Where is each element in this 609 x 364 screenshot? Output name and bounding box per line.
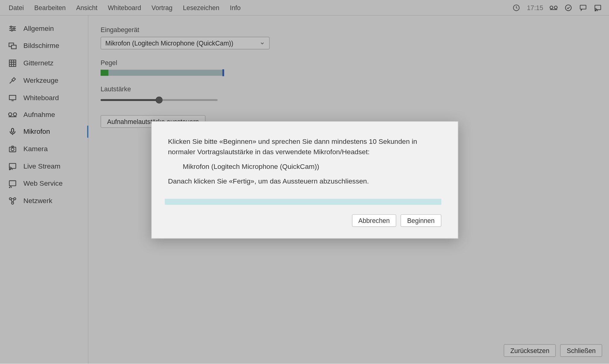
sidebar-item-kamera[interactable]: Kamera — [0, 140, 88, 158]
slider-thumb[interactable] — [156, 96, 163, 104]
sidebar-item-label: Gitternetz — [24, 59, 54, 67]
cancel-button[interactable]: Abbrechen — [352, 214, 396, 227]
sidebar-item-gitternetz[interactable]: Gitternetz — [0, 55, 88, 72]
input-device-value: Mikrofon (Logitech Microphone (QuickCam)… — [105, 39, 233, 47]
svg-rect-19 — [9, 163, 16, 169]
level-marker — [222, 69, 224, 76]
sidebar-item-livestream[interactable]: Live Stream — [0, 158, 88, 175]
modal-instruction-1: Klicken Sie bitte «Beginnen» und spreche… — [168, 136, 441, 157]
begin-button[interactable]: Beginnen — [400, 214, 441, 227]
sidebar-item-label: Allgemein — [24, 25, 54, 33]
webservice-icon — [8, 179, 17, 188]
chevron-down-icon — [260, 41, 265, 46]
sidebar-item-label: Kamera — [24, 145, 48, 153]
menu-vortrag[interactable]: Vortrag — [146, 1, 178, 14]
cast-icon — [8, 162, 17, 170]
record-reel-icon[interactable] — [549, 3, 558, 12]
svg-point-20 — [9, 169, 10, 170]
menu-ansicht[interactable]: Ansicht — [71, 1, 103, 14]
sidebar-item-whiteboard[interactable]: Whiteboard — [0, 89, 88, 107]
record-icon — [8, 111, 17, 118]
sidebar-item-allgemein[interactable]: Allgemein — [0, 20, 88, 37]
camera-icon — [8, 145, 17, 153]
sidebar-item-label: Mikrofon — [24, 128, 50, 136]
grid-icon — [8, 59, 17, 67]
sidebar-item-label: Bildschirme — [24, 42, 59, 50]
whiteboard-icon — [8, 93, 17, 102]
svg-point-7 — [10, 26, 12, 27]
menu-datei[interactable]: Datei — [3, 1, 29, 14]
svg-rect-21 — [9, 181, 16, 186]
modal-progress-bar — [164, 199, 441, 205]
menu-lesezeichen[interactable]: Lesezeichen — [178, 1, 224, 14]
sidebar-item-webservice[interactable]: Web Service — [0, 175, 88, 192]
sidebar-item-bildschirme[interactable]: Bildschirme — [0, 37, 88, 55]
modal-instruction-2: Danach klicken Sie «Fertig», um das Auss… — [168, 176, 441, 187]
menubar-time: 17:15 — [527, 4, 543, 11]
menu-whiteboard[interactable]: Whiteboard — [103, 1, 146, 14]
level-fill — [101, 70, 109, 76]
cast-icon[interactable] — [593, 3, 602, 12]
svg-point-6 — [595, 10, 596, 11]
chat-icon[interactable] — [579, 3, 587, 12]
calibration-modal: Klicken Sie bitte «Beginnen» und spreche… — [151, 121, 458, 238]
input-device-dropdown[interactable]: Mikrofon (Logitech Microphone (QuickCam)… — [101, 37, 270, 49]
sidebar-item-werkzeuge[interactable]: Werkzeuge — [0, 72, 88, 89]
modal-device: Mikrofon (Logitech Microphone (QuickCam)… — [168, 162, 441, 172]
svg-point-1 — [550, 6, 553, 9]
sidebar-item-label: Live Stream — [24, 162, 61, 170]
clock-icon — [512, 3, 521, 12]
volume-slider[interactable] — [101, 96, 218, 104]
svg-rect-13 — [9, 95, 16, 100]
sidebar: Allgemein Bildschirme Gitternetz Werkzeu… — [0, 16, 88, 364]
network-icon — [8, 197, 17, 205]
sidebar-item-mikrofon[interactable]: Mikrofon — [0, 123, 88, 140]
svg-point-15 — [13, 113, 17, 116]
check-circle-icon[interactable] — [564, 3, 573, 12]
level-meter — [101, 70, 224, 76]
svg-point-9 — [11, 30, 13, 31]
svg-point-22 — [9, 187, 10, 188]
svg-rect-11 — [12, 45, 16, 49]
svg-point-3 — [565, 5, 571, 10]
tools-icon — [8, 76, 17, 85]
svg-point-2 — [554, 6, 557, 9]
menu-info[interactable]: Info — [225, 1, 246, 14]
volume-label: Lautstärke — [101, 85, 597, 93]
svg-point-18 — [11, 148, 14, 151]
svg-rect-12 — [9, 60, 16, 66]
svg-rect-16 — [12, 128, 14, 132]
menubar: Datei Bearbeiten Ansicht Whiteboard Vort… — [0, 0, 609, 16]
svg-point-8 — [13, 28, 15, 29]
sidebar-item-label: Werkzeuge — [24, 77, 58, 85]
sidebar-item-label: Aufnahme — [24, 111, 55, 119]
svg-rect-5 — [595, 5, 601, 9]
sidebar-item-aufnahme[interactable]: Aufnahme — [0, 107, 88, 123]
menu-bearbeiten[interactable]: Bearbeiten — [29, 1, 71, 14]
reset-button[interactable]: Zurücksetzen — [504, 344, 556, 357]
sidebar-item-netzwerk[interactable]: Netzwerk — [0, 192, 88, 210]
close-button[interactable]: Schließen — [560, 344, 602, 357]
sidebar-item-label: Netzwerk — [24, 197, 53, 205]
svg-point-14 — [9, 113, 12, 116]
screens-icon — [8, 42, 17, 50]
sidebar-item-label: Web Service — [24, 180, 63, 187]
input-device-label: Eingabegerät — [101, 26, 597, 33]
level-label: Pegel — [101, 59, 597, 66]
mic-icon — [8, 127, 17, 136]
sidebar-item-label: Whiteboard — [24, 94, 59, 102]
sliders-icon — [8, 24, 17, 33]
